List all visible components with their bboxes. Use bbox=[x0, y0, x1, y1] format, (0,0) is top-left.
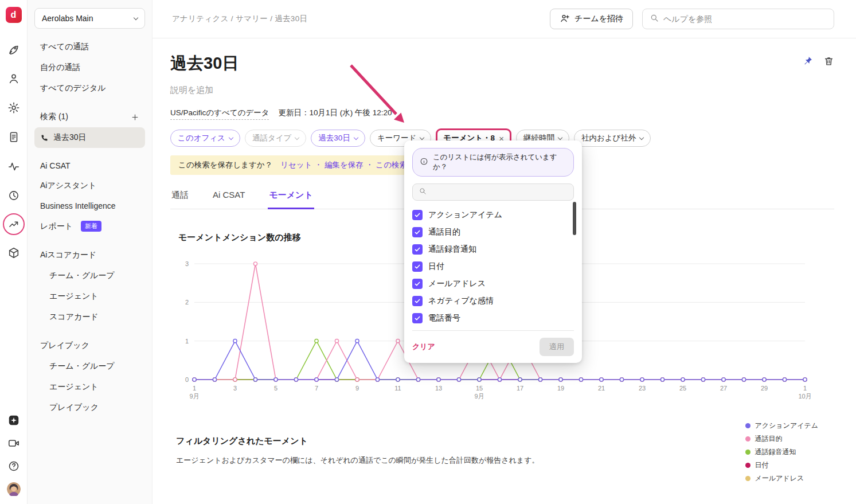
sidebar-item[interactable]: 過去30日 bbox=[34, 127, 145, 148]
moment-option[interactable]: 通話目的 bbox=[412, 224, 574, 241]
legend-dot bbox=[745, 450, 751, 455]
svg-text:10月: 10月 bbox=[798, 393, 811, 400]
filter-chip-7[interactable]: 社内および社外 bbox=[574, 130, 651, 147]
sidebar-item-label: 検索 (1) bbox=[40, 112, 68, 122]
chevron-down-icon bbox=[354, 135, 358, 139]
chevron-down-icon bbox=[420, 135, 424, 139]
legend-label: 日付 bbox=[755, 460, 768, 470]
help-search-input[interactable] bbox=[663, 14, 827, 24]
activity-icon[interactable] bbox=[7, 159, 21, 173]
sidebar-item[interactable]: レポート新着 bbox=[34, 216, 145, 237]
scrollbar-thumb[interactable] bbox=[573, 202, 576, 235]
sidebar-item[interactable]: すべての通話 bbox=[34, 37, 145, 57]
sidebar-item[interactable]: プレイブック bbox=[34, 397, 145, 418]
avatar[interactable] bbox=[7, 482, 21, 496]
call-review-icon[interactable] bbox=[7, 130, 21, 144]
pin-icon[interactable] bbox=[802, 56, 813, 69]
filter-chip-3[interactable]: 過去30日 bbox=[311, 130, 365, 147]
legend-label: 通話目的 bbox=[755, 434, 782, 444]
chevron-down-icon bbox=[639, 135, 644, 139]
svg-text:7: 7 bbox=[315, 385, 318, 392]
phone-icon bbox=[40, 134, 49, 142]
banner-link[interactable]: リセット bbox=[280, 161, 312, 169]
popup-search-input[interactable] bbox=[431, 188, 568, 197]
trending-icon[interactable] bbox=[3, 213, 25, 235]
sidebar-item[interactable]: Ai CSAT bbox=[34, 156, 145, 175]
invite-team-label: チームを招待 bbox=[574, 14, 623, 24]
legend-dot bbox=[745, 463, 751, 468]
person-icon[interactable] bbox=[7, 72, 21, 85]
add-search-button[interactable] bbox=[131, 113, 139, 122]
tab-3[interactable]: モーメント bbox=[268, 184, 314, 209]
separator: ・ bbox=[366, 161, 374, 169]
sidebar-item[interactable]: チーム・グループ bbox=[34, 356, 145, 377]
sidebar-item[interactable]: Aiスコアカード bbox=[34, 245, 145, 265]
checkbox-checked[interactable] bbox=[412, 279, 423, 289]
page-title: 過去30日 bbox=[170, 52, 239, 75]
moment-option-label: 通話録音通知 bbox=[428, 244, 476, 255]
popup-search[interactable] bbox=[412, 183, 574, 201]
sidebar-item[interactable]: Business Intelligence bbox=[34, 196, 145, 216]
moment-option[interactable]: 電話番号 bbox=[412, 310, 574, 327]
svg-text:9月: 9月 bbox=[474, 393, 484, 400]
sidebar-item[interactable]: Aiアシスタント bbox=[34, 175, 145, 196]
filter-chip-label: 社内および社外 bbox=[581, 133, 636, 143]
workspace-selector[interactable]: Aerolabs Main bbox=[34, 8, 145, 29]
history-icon[interactable] bbox=[7, 189, 21, 202]
description-placeholder[interactable]: 説明を追加 bbox=[170, 85, 834, 96]
legend-dot bbox=[745, 476, 751, 481]
checkbox-checked[interactable] bbox=[412, 313, 423, 323]
checkbox-checked[interactable] bbox=[412, 296, 423, 306]
breadcrumb[interactable]: アナリティクス / サマリー / 過去30日 bbox=[172, 14, 541, 24]
filter-chip-2[interactable]: 通話タイプ bbox=[245, 130, 306, 147]
sidebar-item[interactable]: 検索 (1) bbox=[34, 107, 145, 127]
dialpad-logo[interactable]: d bbox=[6, 7, 22, 23]
svg-text:27: 27 bbox=[720, 385, 727, 392]
person-plus-icon bbox=[560, 13, 570, 25]
svg-text:1: 1 bbox=[185, 338, 189, 345]
moment-option-label: 通話目的 bbox=[428, 227, 460, 237]
clear-button[interactable]: クリア bbox=[412, 342, 435, 352]
rocket-icon[interactable] bbox=[7, 42, 21, 56]
sidebar-item-label: レポート bbox=[40, 221, 73, 232]
moment-option[interactable]: 日付 bbox=[412, 258, 574, 275]
moments-filter-popup: このリストには何が表示されていますか？ アクションアイテム通話目的通話録音通知日… bbox=[404, 140, 582, 363]
checkbox-checked[interactable] bbox=[412, 227, 423, 237]
sidebar-item[interactable]: チーム・グループ bbox=[34, 265, 145, 286]
trash-icon[interactable] bbox=[823, 56, 834, 69]
sidebar-item[interactable]: 自分の通話 bbox=[34, 57, 145, 78]
filter-chip-1[interactable]: このオフィス bbox=[170, 130, 240, 147]
ai-badge-icon[interactable] bbox=[7, 413, 21, 427]
checkbox-checked[interactable] bbox=[412, 261, 423, 272]
tab-1[interactable]: 通話 bbox=[170, 184, 190, 209]
help-search[interactable] bbox=[642, 9, 834, 29]
chevron-down-icon bbox=[229, 135, 233, 139]
moment-option[interactable]: メールアドレス bbox=[412, 275, 574, 292]
svg-text:2: 2 bbox=[185, 299, 189, 306]
sidebar-item[interactable]: エージェント bbox=[34, 377, 145, 397]
sidebar-item[interactable]: スコアカード bbox=[34, 307, 145, 327]
sidebar-item[interactable]: エージェント bbox=[34, 286, 145, 307]
svg-text:25: 25 bbox=[679, 385, 686, 392]
checkbox-checked[interactable] bbox=[412, 244, 423, 255]
gear-icon[interactable] bbox=[7, 101, 21, 115]
moment-option[interactable]: 通話録音通知 bbox=[412, 241, 574, 258]
tab-2[interactable]: Ai CSAT bbox=[212, 184, 246, 209]
video-icon[interactable] bbox=[7, 436, 21, 450]
banner-link[interactable]: 編集を保存 bbox=[325, 161, 363, 169]
moment-option[interactable]: ネガティブな感情 bbox=[412, 292, 574, 310]
sidebar-item[interactable]: すべてのデジタル bbox=[34, 78, 145, 99]
data-scope[interactable]: US/Pacificのすべてのデータ bbox=[170, 108, 269, 120]
moment-options-list: アクションアイテム通話目的通話録音通知日付メールアドレスネガティブな感情電話番号 bbox=[412, 206, 574, 327]
checkbox-checked[interactable] bbox=[412, 210, 423, 220]
info-pill[interactable]: このリストには何が表示されていますか？ bbox=[412, 148, 574, 177]
package-icon[interactable] bbox=[7, 246, 21, 260]
legend-item: 通話目的 bbox=[745, 434, 818, 444]
moment-option-label: アクションアイテム bbox=[428, 210, 502, 220]
moment-option[interactable]: アクションアイテム bbox=[412, 206, 574, 224]
help-icon[interactable] bbox=[7, 459, 21, 473]
apply-button[interactable]: 適用 bbox=[540, 338, 574, 356]
sidebar-item[interactable]: プレイブック bbox=[34, 335, 145, 356]
invite-team-button[interactable]: チームを招待 bbox=[550, 9, 633, 29]
legend-label: メールアドレス bbox=[755, 474, 804, 483]
